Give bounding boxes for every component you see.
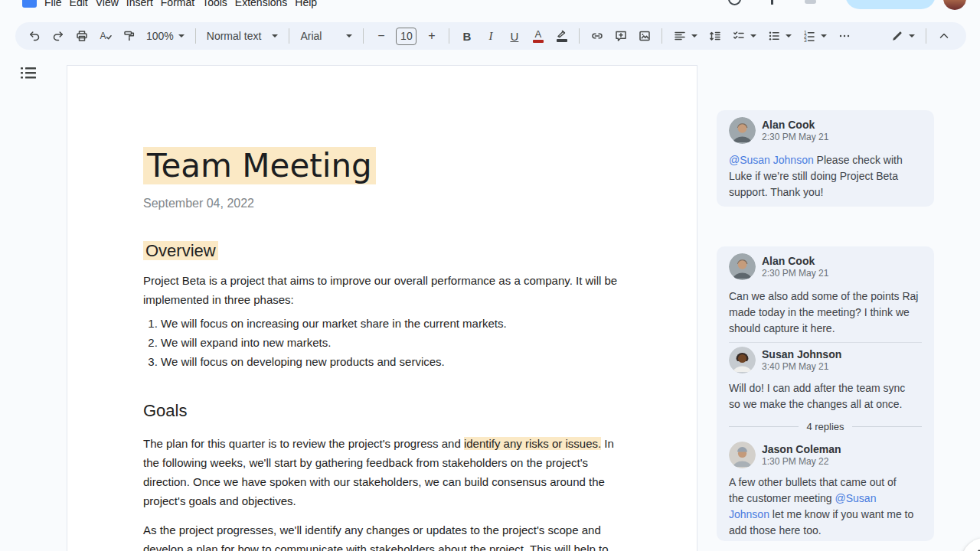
mention-link[interactable]: @Susan Johnson	[729, 154, 814, 166]
toolbar-divider	[926, 28, 926, 44]
heading-overview[interactable]: Overview	[143, 240, 626, 261]
font-select[interactable]: Arial	[297, 25, 355, 47]
print-button[interactable]	[72, 25, 91, 47]
chevron-down-icon	[178, 34, 185, 37]
mention-link[interactable]: @Susan	[835, 492, 877, 504]
numbered-list-button[interactable]: 123	[799, 25, 830, 47]
reply-header: Susan Johnson 3:40 PM May 21	[729, 347, 922, 373]
comment-text: Will do! I can add after the team syncso…	[729, 380, 922, 412]
meet-icon[interactable]	[805, 0, 816, 4]
share-button[interactable]	[845, 0, 936, 9]
comment-time: 2:30 PM May 21	[762, 268, 828, 279]
styles-select[interactable]: Normal text	[204, 25, 282, 47]
toolbar-divider	[195, 28, 196, 44]
replies-toggle[interactable]: 4 replies	[729, 420, 922, 433]
comment-card[interactable]: Alan Cook 2:30 PM May 21 @Susan Johnson …	[717, 110, 934, 207]
divider	[729, 342, 922, 343]
document-outline-button[interactable]	[21, 67, 36, 80]
document-body[interactable]: Team Meeting September 04, 2022 Overview…	[143, 145, 626, 551]
docs-logo-icon[interactable]	[22, 0, 37, 8]
menu-file[interactable]: File	[44, 0, 62, 8]
heading-goals[interactable]: Goals	[143, 400, 626, 421]
comment-author: Jason Coleman	[762, 443, 841, 456]
chevron-down-icon	[691, 34, 697, 37]
text-run: should capture it here.	[729, 322, 835, 334]
toolbar-divider	[449, 28, 449, 44]
checklist-button[interactable]	[729, 25, 760, 47]
comment-text-line: should capture it here.	[729, 321, 922, 337]
undo-button[interactable]	[24, 25, 44, 47]
text-run: A few other bullets that came out of	[729, 476, 897, 488]
line-spacing-button[interactable]	[705, 25, 724, 47]
comment-text: A few other bullets that came out ofthe …	[729, 474, 922, 539]
replies-count: 4 replies	[806, 421, 844, 432]
comment-text-line: Luke if we’re still doing Project Beta	[729, 168, 922, 184]
comment-thread-card[interactable]: Alan Cook 2:30 PM May 21 Can we also add…	[717, 246, 934, 541]
paragraph[interactable]: As the project progresses, we'll identif…	[143, 520, 626, 551]
more-options-button[interactable]	[835, 25, 854, 47]
insert-link-button[interactable]	[587, 25, 606, 47]
comment-author: Alan Cook	[762, 119, 828, 132]
text-run: The plan for this quarter is to review t…	[143, 437, 464, 450]
svg-text:A: A	[100, 31, 106, 41]
text-color-button[interactable]: A	[528, 25, 547, 47]
chevron-down-icon	[909, 34, 915, 37]
commented-text[interactable]: identify any risks or issues.	[464, 437, 601, 450]
comment-text-line: A few other bullets that came out of	[729, 474, 922, 491]
paint-format-button[interactable]	[119, 25, 139, 47]
list-item[interactable]: We will expand into new markets.	[161, 333, 626, 352]
account-avatar[interactable]	[943, 0, 966, 10]
comment-author: Alan Cook	[762, 255, 828, 268]
document-page[interactable]: Team Meeting September 04, 2022 Overview…	[67, 65, 697, 551]
add-comment-button[interactable]	[611, 25, 630, 47]
menu-view[interactable]: View	[96, 0, 119, 8]
menu-insert[interactable]: Insert	[126, 0, 153, 8]
font-size-decrease-button[interactable]: −	[371, 25, 390, 47]
align-button[interactable]	[670, 25, 701, 47]
hide-menus-button[interactable]	[934, 25, 953, 47]
paragraph[interactable]: The plan for this quarter is to review t…	[143, 434, 626, 510]
comment-time: 1:30 PM May 22	[762, 456, 841, 468]
editing-mode-button[interactable]	[887, 25, 918, 47]
menu-tools[interactable]: Tools	[202, 0, 227, 8]
document-date[interactable]: September 04, 2022	[143, 197, 626, 210]
font-size-input[interactable]: 10	[396, 28, 416, 45]
edit-fab[interactable]	[962, 538, 980, 551]
menu-items: File Edit View Insert Format Tools Exten…	[44, 0, 317, 8]
text-run: let me know if you want me to	[769, 508, 913, 520]
text-run: Can we also add some of the points Raj	[729, 290, 918, 302]
underline-button[interactable]: U	[505, 25, 524, 47]
text-run: made today in the meeting? I think we	[729, 306, 910, 318]
chevron-down-icon	[750, 34, 756, 37]
paragraph[interactable]: Project Beta is a project that aims to i…	[143, 271, 626, 309]
bullet-list-button[interactable]	[764, 25, 795, 47]
comment-text-line: the customer meeting @Susan	[729, 491, 922, 507]
reply-header: Jason Coleman 1:30 PM May 22	[729, 442, 922, 468]
spell-check-button[interactable]: A	[96, 25, 115, 47]
zoom-select[interactable]: 100%	[143, 25, 188, 47]
zoom-value: 100%	[146, 30, 174, 42]
menu-help[interactable]: Help	[295, 0, 317, 8]
redo-button[interactable]	[48, 25, 67, 47]
italic-button[interactable]: I	[481, 25, 500, 47]
text-run: Will do! I can add after the team sync	[729, 382, 905, 394]
menu-format[interactable]: Format	[161, 0, 194, 8]
numbered-list[interactable]: We will focus on increasing our market s…	[143, 314, 626, 371]
insert-image-button[interactable]	[635, 25, 654, 47]
list-item[interactable]: We will focus on developing new products…	[161, 352, 626, 371]
text-run: so we make the changes all at once.	[729, 398, 902, 410]
document-title[interactable]: Team Meeting	[143, 145, 626, 187]
divider	[729, 426, 799, 427]
highlight-color-button[interactable]	[552, 25, 571, 47]
mention-link[interactable]: Johnson	[729, 508, 769, 520]
avatar-jason-coleman	[729, 442, 756, 468]
list-item[interactable]: We will focus on increasing our market s…	[161, 314, 626, 333]
bold-button[interactable]: B	[457, 25, 476, 47]
comment-history-icon[interactable]	[771, 0, 773, 5]
toolbar-divider	[579, 28, 580, 44]
font-size-increase-button[interactable]: +	[422, 25, 441, 47]
font-size-value: 10	[400, 30, 413, 42]
version-history-icon[interactable]	[728, 0, 741, 5]
menu-extensions[interactable]: Extensions	[235, 0, 287, 8]
menu-edit[interactable]: Edit	[70, 0, 88, 8]
